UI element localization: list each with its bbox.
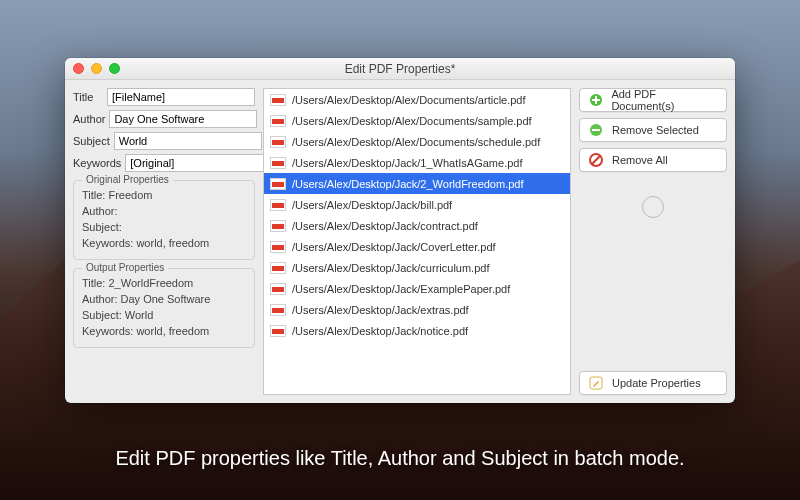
pdf-icon xyxy=(270,304,286,316)
original-keywords: Keywords: world, freedom xyxy=(82,235,246,251)
update-properties-label: Update Properties xyxy=(612,377,701,389)
output-keywords: Keywords: world, freedom xyxy=(82,323,246,339)
actions-panel: Add PDF Document(s) Remove Selected Remo… xyxy=(579,88,727,395)
file-row[interactable]: /Users/Alex/Desktop/Jack/contract.pdf xyxy=(264,215,570,236)
file-path: /Users/Alex/Desktop/Jack/curriculum.pdf xyxy=(292,262,489,274)
original-legend: Original Properties xyxy=(82,174,173,185)
subject-label: Subject xyxy=(73,135,110,147)
properties-panel: Title Author Subject Keywords Original P… xyxy=(73,88,255,395)
file-row[interactable]: /Users/Alex/Desktop/Jack/curriculum.pdf xyxy=(264,257,570,278)
subject-input[interactable] xyxy=(114,132,262,150)
field-author-row: Author xyxy=(73,110,255,128)
pdf-icon xyxy=(270,241,286,253)
file-path: /Users/Alex/Desktop/Jack/bill.pdf xyxy=(292,199,452,211)
plus-icon xyxy=(588,92,603,108)
output-properties-group: Output Properties Title: 2_WorldFreedom … xyxy=(73,268,255,348)
add-pdf-label: Add PDF Document(s) xyxy=(611,88,718,112)
file-path: /Users/Alex/Desktop/Jack/notice.pdf xyxy=(292,325,468,337)
add-pdf-button[interactable]: Add PDF Document(s) xyxy=(579,88,727,112)
file-list[interactable]: /Users/Alex/Desktop/Alex/Documents/artic… xyxy=(263,88,571,395)
titlebar[interactable]: Edit PDF Properties* xyxy=(65,58,735,80)
file-row[interactable]: /Users/Alex/Desktop/Jack/1_WhatIsAGame.p… xyxy=(264,152,570,173)
output-title: Title: 2_WorldFreedom xyxy=(82,275,246,291)
window-title: Edit PDF Properties* xyxy=(65,62,735,76)
remove-all-label: Remove All xyxy=(612,154,668,166)
author-label: Author xyxy=(73,113,105,125)
original-title: Title: Freedom xyxy=(82,187,246,203)
remove-all-button[interactable]: Remove All xyxy=(579,148,727,172)
keywords-label: Keywords xyxy=(73,157,121,169)
prohibit-icon xyxy=(588,152,604,168)
title-label: Title xyxy=(73,91,103,103)
author-input[interactable] xyxy=(109,110,257,128)
pdf-icon xyxy=(270,325,286,337)
content-area: Title Author Subject Keywords Original P… xyxy=(65,80,735,403)
pdf-icon xyxy=(270,94,286,106)
original-subject: Subject: xyxy=(82,219,246,235)
file-path: /Users/Alex/Desktop/Jack/ExamplePaper.pd… xyxy=(292,283,510,295)
keywords-input[interactable] xyxy=(125,154,273,172)
file-path: /Users/Alex/Desktop/Jack/2_WorldFreedom.… xyxy=(292,178,524,190)
field-keywords-row: Keywords xyxy=(73,154,255,172)
update-properties-button[interactable]: Update Properties xyxy=(579,371,727,395)
file-row[interactable]: /Users/Alex/Desktop/Jack/extras.pdf xyxy=(264,299,570,320)
file-row[interactable]: /Users/Alex/Desktop/Jack/2_WorldFreedom.… xyxy=(264,173,570,194)
file-path: /Users/Alex/Desktop/Alex/Documents/sched… xyxy=(292,136,540,148)
file-row[interactable]: /Users/Alex/Desktop/Jack/ExamplePaper.pd… xyxy=(264,278,570,299)
pencil-icon xyxy=(588,375,604,391)
pdf-icon xyxy=(270,262,286,274)
svg-rect-4 xyxy=(592,129,600,131)
marketing-caption: Edit PDF properties like Title, Author a… xyxy=(0,447,800,470)
file-path: /Users/Alex/Desktop/Jack/1_WhatIsAGame.p… xyxy=(292,157,522,169)
app-window: Edit PDF Properties* Title Author Subjec… xyxy=(65,58,735,403)
original-author: Author: xyxy=(82,203,246,219)
pdf-icon xyxy=(270,115,286,127)
pdf-icon xyxy=(270,283,286,295)
pdf-icon xyxy=(270,136,286,148)
svg-line-6 xyxy=(592,156,600,164)
output-legend: Output Properties xyxy=(82,262,168,273)
output-subject: Subject: World xyxy=(82,307,246,323)
file-row[interactable]: /Users/Alex/Desktop/Alex/Documents/artic… xyxy=(264,89,570,110)
field-title-row: Title xyxy=(73,88,255,106)
file-path: /Users/Alex/Desktop/Jack/contract.pdf xyxy=(292,220,478,232)
file-row[interactable]: /Users/Alex/Desktop/Alex/Documents/sampl… xyxy=(264,110,570,131)
file-row[interactable]: /Users/Alex/Desktop/Jack/bill.pdf xyxy=(264,194,570,215)
title-input[interactable] xyxy=(107,88,255,106)
minus-icon xyxy=(588,122,604,138)
file-path: /Users/Alex/Desktop/Alex/Documents/sampl… xyxy=(292,115,532,127)
pdf-icon xyxy=(270,178,286,190)
remove-selected-label: Remove Selected xyxy=(612,124,699,136)
original-properties-group: Original Properties Title: Freedom Autho… xyxy=(73,180,255,260)
file-path: /Users/Alex/Desktop/Jack/CoverLetter.pdf xyxy=(292,241,496,253)
file-row[interactable]: /Users/Alex/Desktop/Jack/CoverLetter.pdf xyxy=(264,236,570,257)
file-row[interactable]: /Users/Alex/Desktop/Alex/Documents/sched… xyxy=(264,131,570,152)
svg-rect-2 xyxy=(592,99,600,101)
pdf-icon xyxy=(270,220,286,232)
file-row[interactable]: /Users/Alex/Desktop/Jack/notice.pdf xyxy=(264,320,570,341)
pdf-icon xyxy=(270,157,286,169)
field-subject-row: Subject xyxy=(73,132,255,150)
remove-selected-button[interactable]: Remove Selected xyxy=(579,118,727,142)
file-path: /Users/Alex/Desktop/Alex/Documents/artic… xyxy=(292,94,526,106)
progress-spinner xyxy=(642,196,664,218)
output-author: Author: Day One Software xyxy=(82,291,246,307)
pdf-icon xyxy=(270,199,286,211)
file-path: /Users/Alex/Desktop/Jack/extras.pdf xyxy=(292,304,469,316)
